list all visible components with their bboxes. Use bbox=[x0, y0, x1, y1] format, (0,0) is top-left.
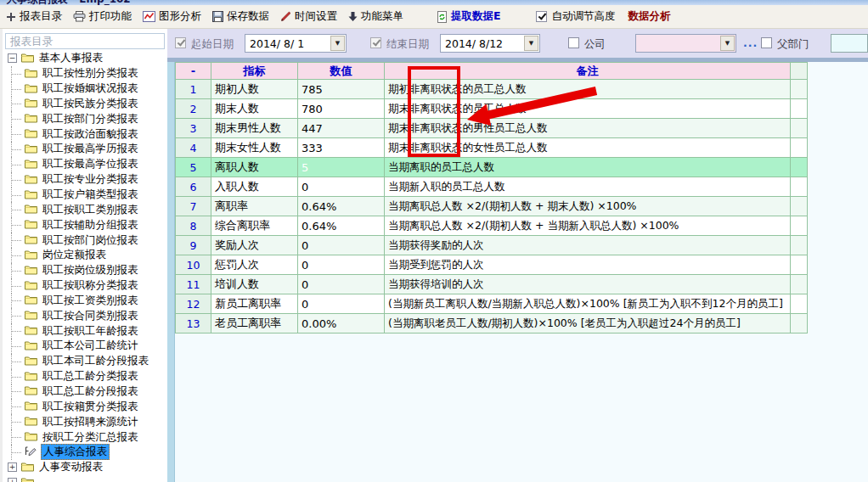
data-analysis-label[interactable]: 数据分析 bbox=[628, 9, 671, 24]
value-cell[interactable]: 780 bbox=[298, 99, 385, 119]
remark-cell[interactable]: 当期离职的员工总人数 bbox=[385, 158, 791, 177]
collapse-icon[interactable]: − bbox=[8, 53, 17, 63]
end-date-select[interactable]: 2014/ 8/12 ▼ bbox=[440, 34, 540, 53]
end-date-checkbox[interactable] bbox=[370, 37, 381, 48]
indicator-cell[interactable]: 老员工离职率 bbox=[211, 314, 298, 333]
tree-item[interactable]: 职工按职工年龄报表 bbox=[3, 323, 167, 339]
remark-cell[interactable]: 当期获得培训的人次 bbox=[385, 275, 791, 294]
remark-cell[interactable]: (当期新员工离职人数/当期新入职总人数)×100% [新员工为入职不到12个月的… bbox=[385, 294, 791, 314]
row-number-cell[interactable]: 8 bbox=[176, 216, 211, 236]
tree-item[interactable]: 职工按户籍类型报表 bbox=[3, 188, 167, 203]
row-number-cell[interactable]: 12 bbox=[176, 294, 211, 314]
tree-item[interactable]: +人事变动报表 bbox=[3, 460, 167, 475]
remark-cell[interactable]: 期初非离职状态的员工总人数 bbox=[385, 80, 791, 99]
indicator-cell[interactable]: 培训人数 bbox=[211, 275, 298, 294]
indicator-cell[interactable]: 期末男性人数 bbox=[211, 119, 298, 138]
start-date-select[interactable]: 2014/ 8/ 1 ▼ bbox=[245, 34, 347, 53]
tree-item[interactable]: 职工按部门岗位报表 bbox=[3, 233, 167, 248]
tree-item[interactable]: 职工按政治面貌报表 bbox=[3, 126, 167, 142]
tree-item[interactable]: 职工按部门分类报表 bbox=[3, 111, 167, 126]
remark-cell[interactable]: 当期离职总人数 ×2/(期初人数 + 当期新入职总人数) ×100% bbox=[385, 216, 791, 236]
value-cell[interactable]: 333 bbox=[298, 138, 385, 158]
parent-dept-input[interactable] bbox=[831, 34, 868, 53]
tree-item[interactable]: 岗位定额报表 bbox=[3, 248, 167, 263]
value-cell[interactable]: 447 bbox=[298, 119, 385, 138]
row-number-cell[interactable]: 6 bbox=[176, 177, 211, 197]
value-cell[interactable]: 5 bbox=[298, 158, 385, 177]
tree-item[interactable]: 职工本司工龄分段报表 bbox=[3, 354, 167, 369]
start-date-checkbox[interactable] bbox=[175, 37, 186, 48]
tree-item[interactable]: 职工按籍贯分类报表 bbox=[3, 399, 167, 414]
row-number-cell[interactable]: 4 bbox=[176, 138, 211, 158]
row-number-cell[interactable]: 5 bbox=[176, 158, 211, 177]
tree-item[interactable]: 职工按专业分类报表 bbox=[3, 172, 167, 188]
remark-cell[interactable]: 期末非离职状态的女性员工总人数 bbox=[385, 138, 791, 158]
toolbar-button-function-menu[interactable]: 功能菜单 bbox=[348, 9, 403, 24]
indicator-cell[interactable]: 期末女性人数 bbox=[211, 138, 298, 158]
tree-item[interactable]: 职工按辅助分组报表 bbox=[3, 217, 167, 233]
browse-ellipsis-button[interactable]: ... bbox=[743, 36, 758, 49]
tree-item[interactable]: 按职工分类汇总报表 bbox=[3, 429, 167, 445]
remark-cell[interactable]: 当期获得奖励的人次 bbox=[385, 236, 791, 255]
auto-height-checkbox[interactable] bbox=[536, 11, 547, 22]
row-number-cell[interactable]: 3 bbox=[176, 119, 211, 138]
tree-item[interactable]: 职工按岗位级别报表 bbox=[3, 263, 167, 278]
indicator-cell[interactable]: 期初人数 bbox=[211, 80, 298, 99]
tree-item[interactable]: 职工按最高学历报表 bbox=[3, 142, 167, 157]
auto-height-toggle[interactable]: 自动调节高度 bbox=[536, 9, 616, 24]
row-number-cell[interactable]: 9 bbox=[176, 236, 211, 255]
tree-item[interactable]: 职工按性别分类报表 bbox=[3, 66, 167, 81]
toolbar-button-report-catalog[interactable]: 报表目录 bbox=[6, 9, 62, 24]
remark-cell[interactable]: (当期离职老员工人数/期初人数)×100% [老员工为入职超过24个月的员工] bbox=[385, 314, 791, 333]
toolbar-button-save-data[interactable]: 保存数据 bbox=[212, 9, 269, 24]
remark-cell[interactable]: 当期新入职的员工总人数 bbox=[385, 177, 791, 197]
tree-item[interactable]: −基本人事报表 bbox=[3, 51, 167, 66]
company-select[interactable]: ▼ bbox=[635, 34, 736, 53]
indicator-cell[interactable]: 新员工离职率 bbox=[211, 294, 298, 314]
tree-item[interactable]: 职工总工龄分段报表 bbox=[3, 384, 167, 400]
expand-icon[interactable]: + bbox=[8, 462, 17, 472]
indicator-cell[interactable]: 期末人数 bbox=[211, 99, 298, 119]
tree-item[interactable]: 职工按职称分类报表 bbox=[3, 278, 167, 294]
parent-dept-checkbox[interactable] bbox=[761, 37, 772, 48]
tree-item[interactable]: 职工按民族分类报表 bbox=[3, 97, 167, 112]
tree-item[interactable]: 职工本公司工龄统计 bbox=[3, 339, 167, 354]
row-number-cell[interactable]: 2 bbox=[176, 99, 211, 119]
row-number-cell[interactable]: 1 bbox=[176, 80, 211, 99]
row-number-cell[interactable]: 7 bbox=[176, 197, 211, 216]
indicator-cell[interactable]: 离职率 bbox=[211, 197, 298, 216]
tree-item[interactable]: 职工按婚姻状况报表 bbox=[3, 81, 167, 97]
remark-cell[interactable]: 期末非离职状态的男性员工总人数 bbox=[385, 119, 791, 138]
toolbar-button-chart-analysis[interactable]: 图形分析 bbox=[143, 9, 201, 24]
indicator-cell[interactable]: 入职人数 bbox=[211, 177, 298, 197]
dropdown-arrow-icon[interactable]: ▼ bbox=[330, 36, 345, 51]
value-cell[interactable]: 0 bbox=[298, 236, 385, 255]
tree-item-selected[interactable]: 人事综合报表 bbox=[3, 445, 167, 460]
column-header[interactable]: 数值 bbox=[298, 63, 385, 80]
expand-icon[interactable]: + bbox=[8, 478, 17, 482]
company-checkbox[interactable] bbox=[568, 37, 579, 48]
value-cell[interactable]: 0.00% bbox=[298, 314, 385, 333]
tree-item[interactable]: 职工总工龄分类报表 bbox=[3, 369, 167, 384]
row-number-cell[interactable]: 11 bbox=[176, 275, 211, 294]
panel-splitter[interactable] bbox=[167, 62, 175, 482]
value-cell[interactable]: 0.64% bbox=[298, 197, 385, 216]
tree-item[interactable]: 职工按招聘来源统计 bbox=[3, 414, 167, 429]
remark-cell[interactable]: 期末非离职状态的员工总人数 bbox=[385, 99, 791, 119]
toolbar-button-time-setting[interactable]: 时间设置 bbox=[280, 9, 337, 24]
column-header[interactable]: - bbox=[176, 63, 211, 80]
indicator-cell[interactable]: 离职人数 bbox=[211, 158, 298, 177]
value-cell[interactable]: 0 bbox=[298, 255, 385, 275]
value-cell[interactable]: 785 bbox=[298, 80, 385, 99]
indicator-cell[interactable]: 惩罚人次 bbox=[211, 255, 298, 275]
value-cell[interactable]: 0 bbox=[298, 294, 385, 314]
column-header[interactable]: 指标 bbox=[211, 63, 298, 80]
remark-cell[interactable]: 当期离职总人数 ×2/(期初人数 + 期末人数) ×100% bbox=[385, 197, 791, 216]
indicator-cell[interactable]: 奖励人次 bbox=[211, 236, 298, 255]
tree-item[interactable]: 职工按最高学位报表 bbox=[3, 157, 167, 172]
extract-data-button[interactable]: 提取数据E bbox=[437, 9, 501, 24]
row-number-cell[interactable]: 10 bbox=[176, 255, 211, 275]
tree-item[interactable]: 职工按职工类别报表 bbox=[3, 202, 167, 217]
value-cell[interactable]: 0.64% bbox=[298, 216, 385, 236]
column-header[interactable]: 备注 bbox=[385, 63, 791, 80]
